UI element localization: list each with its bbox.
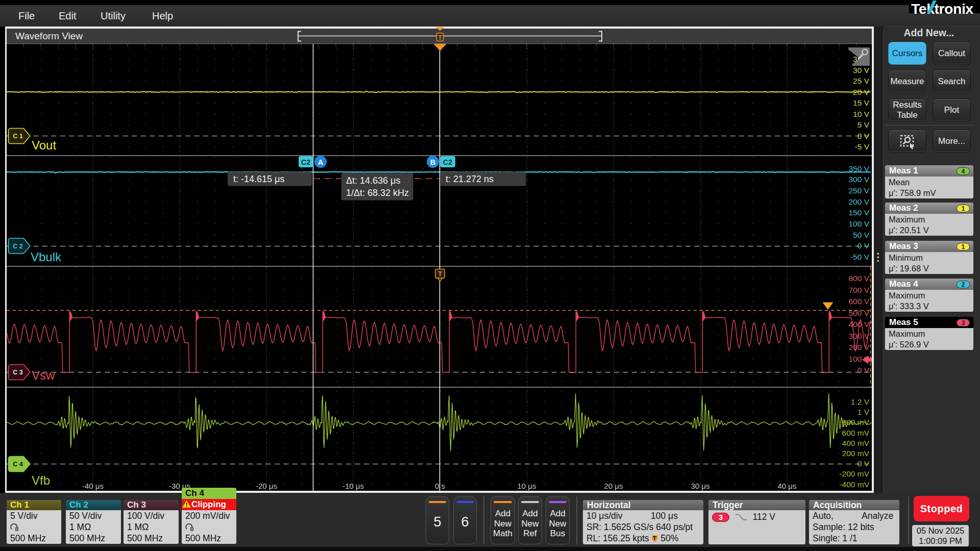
svg-text:400 V: 400 V bbox=[848, 320, 869, 329]
svg-text:3: 3 bbox=[853, 55, 857, 63]
svg-text:300 V: 300 V bbox=[848, 332, 869, 340]
svg-text:50 V: 50 V bbox=[853, 231, 870, 239]
svg-text:t: 21.272 ns: t: 21.272 ns bbox=[446, 174, 494, 184]
svg-text:30 μs: 30 μs bbox=[691, 482, 710, 490]
svg-text:100 V: 100 V bbox=[848, 355, 869, 363]
svg-text:0 V: 0 V bbox=[857, 366, 870, 374]
svg-text:1.2 V: 1.2 V bbox=[851, 397, 870, 406]
svg-text:-400 mV: -400 mV bbox=[839, 480, 869, 489]
svg-text:1 V: 1 V bbox=[857, 408, 870, 416]
svg-text:-5 V: -5 V bbox=[855, 142, 870, 151]
svg-text:Vfb: Vfb bbox=[32, 473, 50, 487]
svg-text:200 mV: 200 mV bbox=[842, 449, 870, 458]
svg-text:0 V: 0 V bbox=[857, 132, 870, 140]
svg-text:T: T bbox=[438, 270, 443, 278]
svg-text:Vout: Vout bbox=[32, 138, 56, 152]
svg-text:25 V: 25 V bbox=[853, 77, 870, 85]
svg-text:Vsw: Vsw bbox=[32, 368, 55, 382]
svg-text:30 V: 30 V bbox=[853, 66, 870, 74]
svg-text:A: A bbox=[318, 158, 324, 166]
svg-text:t: -14.615 μs: t: -14.615 μs bbox=[233, 174, 284, 184]
svg-text:20 μs: 20 μs bbox=[604, 482, 623, 490]
svg-text:10 V: 10 V bbox=[853, 110, 870, 118]
svg-text:Δt: 14.636 μs: Δt: 14.636 μs bbox=[346, 176, 400, 186]
svg-text:1/Δt: 68.32 kHz: 1/Δt: 68.32 kHz bbox=[346, 188, 409, 198]
svg-text:40 μs: 40 μs bbox=[778, 482, 797, 490]
svg-text:-10 μs: -10 μs bbox=[342, 482, 364, 490]
svg-text:20 V: 20 V bbox=[853, 88, 870, 96]
svg-text:B: B bbox=[430, 158, 435, 166]
svg-text:10 μs: 10 μs bbox=[518, 482, 536, 490]
svg-text:5 V: 5 V bbox=[857, 120, 870, 129]
svg-text:0 V: 0 V bbox=[857, 241, 870, 250]
svg-text:500 V: 500 V bbox=[848, 309, 869, 317]
svg-text:700 V: 700 V bbox=[848, 286, 869, 294]
svg-text:400 mV: 400 mV bbox=[842, 439, 870, 447]
svg-text:C 2: C 2 bbox=[13, 243, 23, 250]
svg-text:C 4: C 4 bbox=[13, 461, 23, 468]
svg-text:200 V: 200 V bbox=[848, 197, 869, 206]
svg-text:C2: C2 bbox=[301, 158, 311, 166]
svg-text:-40 μs: -40 μs bbox=[82, 482, 104, 490]
svg-text:Vbulk: Vbulk bbox=[31, 250, 62, 264]
svg-text:150 V: 150 V bbox=[848, 208, 869, 217]
svg-text:800 V: 800 V bbox=[848, 274, 869, 283]
svg-text:300 V: 300 V bbox=[848, 175, 869, 184]
svg-text:C2: C2 bbox=[443, 158, 453, 166]
svg-text:250 V: 250 V bbox=[848, 186, 869, 195]
svg-text:C 3: C 3 bbox=[13, 369, 23, 376]
svg-text:0 V: 0 V bbox=[857, 459, 870, 468]
svg-text:600 mV: 600 mV bbox=[842, 429, 870, 437]
svg-text:350 V: 350 V bbox=[848, 164, 869, 173]
svg-text:T: T bbox=[438, 34, 442, 41]
svg-text:800 mV: 800 mV bbox=[842, 418, 870, 427]
svg-text:-200 mV: -200 mV bbox=[839, 469, 869, 478]
svg-text:0 s: 0 s bbox=[435, 482, 445, 490]
svg-text:100 V: 100 V bbox=[848, 219, 869, 228]
svg-text:600 V: 600 V bbox=[848, 297, 869, 306]
svg-text:C 1: C 1 bbox=[13, 133, 23, 140]
svg-text:-50 V: -50 V bbox=[850, 253, 870, 261]
svg-text:200 V: 200 V bbox=[848, 343, 869, 352]
svg-text:15 V: 15 V bbox=[853, 98, 870, 107]
svg-text:-20 μs: -20 μs bbox=[256, 482, 277, 490]
